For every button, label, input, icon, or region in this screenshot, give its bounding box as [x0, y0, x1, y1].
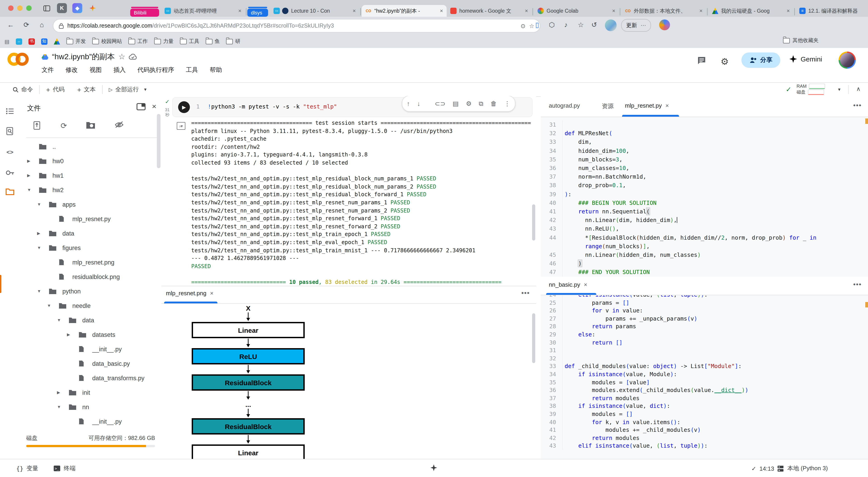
copilot-icon[interactable]: [659, 20, 670, 30]
code-line[interactable]: 33 dim,: [541, 138, 864, 146]
tree-row[interactable]: ▼data: [20, 313, 161, 327]
terminal-button[interactable]: >_ 终端: [53, 464, 75, 473]
menu-插入[interactable]: 插入: [114, 66, 126, 74]
chevron-right-icon[interactable]: ▶: [27, 159, 30, 163]
output-scrollbar[interactable]: [532, 204, 535, 241]
account-avatar[interactable]: [839, 52, 856, 69]
code-line[interactable]: 39):: [541, 190, 864, 198]
home-icon[interactable]: ⌂: [40, 21, 44, 28]
close-panel-icon[interactable]: ×: [152, 102, 156, 111]
tree-row[interactable]: ▶data: [20, 226, 161, 241]
code-line[interactable]: 46 ): [541, 259, 864, 268]
tree-row[interactable]: ▼apps: [20, 197, 161, 212]
code-line[interactable]: 45 nn.Linear(hidden_dim, num_classes): [541, 250, 864, 259]
browser-tab[interactable]: ≡12.1. 编译器和解释器×: [796, 5, 868, 17]
toc-icon[interactable]: [4, 106, 16, 117]
menu-修改[interactable]: 修改: [66, 66, 78, 74]
extensions-puzzle-icon[interactable]: ⬡: [549, 21, 555, 29]
editor-tab[interactable]: autograd.py: [549, 102, 580, 109]
chevron-down-icon[interactable]: ▼: [47, 303, 51, 308]
browser-tab[interactable]: CO外部数据：本地文件、×: [621, 5, 706, 17]
resource-monitor[interactable]: RAM 磁盘: [797, 83, 825, 95]
bookmark-item[interactable]: 工具: [180, 38, 199, 45]
tree-row[interactable]: data_basic.py: [20, 356, 161, 371]
history-icon[interactable]: ↺: [591, 21, 597, 29]
link-cell-icon[interactable]: ⊂⊃: [435, 100, 445, 107]
code-line[interactable]: 43 elif isinstance(value, (list, tuple))…: [541, 442, 864, 450]
workspace-icon[interactable]: ◆: [72, 3, 82, 13]
hide-hidden-files-icon[interactable]: [115, 121, 124, 131]
tab-group-label[interactable]: dlsys: [247, 8, 268, 17]
chevron-down-icon[interactable]: ▼: [57, 318, 61, 322]
tree-row[interactable]: ▶datasets: [20, 327, 161, 342]
output-indicator-icon[interactable]: ›▾: [177, 122, 185, 130]
tree-row[interactable]: mlp_resnet.py: [20, 212, 161, 226]
popout-panel-icon[interactable]: [136, 103, 146, 110]
tree-row[interactable]: __init__.py: [20, 414, 161, 428]
code-line[interactable]: 39 modules = []: [541, 410, 864, 418]
back-icon[interactable]: ←: [7, 21, 14, 28]
add-code-button[interactable]: +代码: [40, 85, 71, 94]
bookmark-item[interactable]: [54, 38, 60, 44]
address-bar[interactable]: https://colab.research.google.com/drive/…: [53, 20, 540, 32]
image-panel-more-icon[interactable]: •••: [521, 289, 530, 297]
image-scrollbar[interactable]: [532, 313, 535, 363]
gemini-button[interactable]: Gemini: [789, 55, 822, 63]
run-cell-button[interactable]: ▶: [178, 101, 190, 113]
editor-tab[interactable]: 资源: [602, 102, 614, 110]
command-palette-button[interactable]: 命令: [6, 85, 39, 94]
chevron-right-icon[interactable]: ▶: [57, 390, 60, 395]
browser-avatar[interactable]: [605, 20, 617, 31]
code-line[interactable]: 30 return []: [541, 338, 864, 346]
favorites-icon[interactable]: ☆: [578, 21, 584, 29]
tab-close-icon[interactable]: ×: [238, 8, 241, 14]
update-button[interactable]: 更新⋯: [621, 19, 651, 32]
code-line[interactable]: 32: [541, 355, 864, 362]
code-line[interactable]: 38 drop_prob=0.1,: [541, 181, 864, 190]
tree-scrollbar[interactable]: [157, 114, 160, 168]
tab-group-label[interactable]: Bilibili: [130, 8, 159, 17]
chevron-right-icon[interactable]: ▶: [67, 332, 70, 337]
code-line[interactable]: 47 ### END YOUR SOLUTION: [541, 268, 864, 276]
chevron-down-icon[interactable]: ▼: [57, 405, 61, 409]
add-text-button[interactable]: +文本: [71, 85, 102, 94]
browser-tab[interactable]: homework - Google 文×: [447, 5, 532, 17]
bookmark-item[interactable]: ▭: [16, 38, 22, 44]
tree-row[interactable]: __init__.py: [20, 342, 161, 356]
code-line[interactable]: 43 nn.ReLU(),: [541, 225, 864, 233]
tree-row[interactable]: ▶init: [20, 385, 161, 400]
menu-工具[interactable]: 工具: [186, 66, 198, 74]
menu-代码执行程序[interactable]: 代码执行程序: [137, 66, 174, 74]
chevron-right-icon[interactable]: ▶: [27, 173, 30, 178]
colab-logo[interactable]: [6, 52, 30, 67]
tree-row[interactable]: data_transforms.py: [20, 371, 161, 385]
code-line[interactable]: 42 nn.Linear(dim, hidden_dim),: [541, 216, 864, 224]
code-line[interactable]: 35 modules = [value]: [541, 378, 864, 386]
code-line[interactable]: 36 modules.extend(_child_modules(value._…: [541, 386, 864, 394]
maximize-window-button[interactable]: [26, 5, 32, 11]
chevron-down-icon[interactable]: ▼: [37, 202, 41, 207]
bookmark-item[interactable]: ▤: [4, 38, 9, 44]
chevron-down-icon[interactable]: ▼: [37, 245, 41, 250]
search-icon[interactable]: [4, 126, 16, 137]
bookmark-item[interactable]: 研: [226, 38, 241, 45]
code-line[interactable]: 42 return modules: [541, 434, 864, 442]
editor-more-icon[interactable]: •••: [853, 101, 862, 109]
bookmark-item[interactable]: 工作: [128, 38, 148, 45]
code-line[interactable]: 25 params = []: [541, 299, 864, 306]
files-folder-icon[interactable]: [4, 186, 16, 197]
code-line[interactable]: 27 params += _unpack_params(v): [541, 315, 864, 323]
code-line[interactable]: 36 num_classes=10,: [541, 164, 864, 172]
bookmark-item[interactable]: 知: [41, 38, 48, 44]
more-cell-actions-icon[interactable]: ⋮: [504, 100, 510, 107]
code-line[interactable]: 37 return modules: [541, 394, 864, 402]
chevron-down-icon[interactable]: ▼: [37, 289, 41, 293]
bookmark-item[interactable]: 鱼: [206, 38, 220, 45]
comments-icon[interactable]: [697, 56, 706, 65]
editor-tab[interactable]: mlp_resnet.py×: [625, 102, 669, 109]
code-line[interactable]: range(num_blocks)],: [541, 242, 864, 250]
run-all-button[interactable]: ▷全部运行▼: [102, 85, 154, 94]
editor-tab[interactable]: nn_basic.py×: [549, 281, 587, 288]
close-editor-tab-icon[interactable]: ×: [665, 102, 669, 109]
code-line[interactable]: 38 if isinstance(value, dict):: [541, 402, 864, 410]
